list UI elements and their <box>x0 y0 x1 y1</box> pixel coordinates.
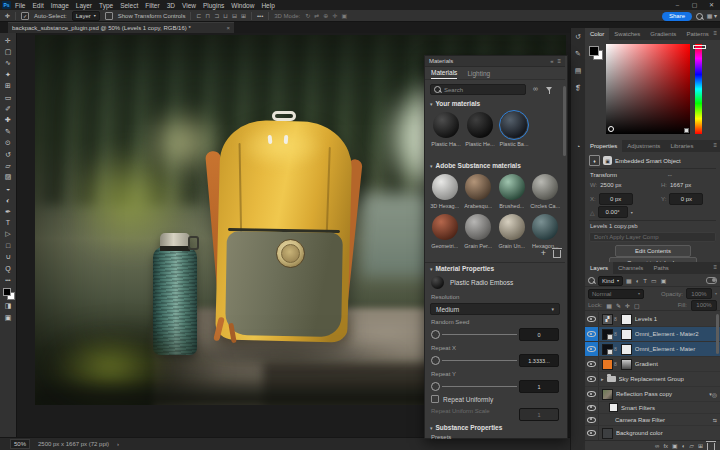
filtering-toggle[interactable] <box>706 277 717 284</box>
material-item[interactable]: Plastic Ba... <box>497 112 531 147</box>
filter-pixel-layers-icon[interactable]: ▦ <box>626 277 632 284</box>
eraser-tool-icon[interactable]: ▱ <box>1 160 16 171</box>
clone-stamp-tool-icon[interactable]: ⊙ <box>1 138 16 149</box>
slider-knob[interactable] <box>431 356 440 365</box>
search-icon[interactable] <box>696 13 703 20</box>
layer-mask-thumbnail[interactable] <box>621 314 632 325</box>
align-top-icon[interactable]: ⊔ <box>223 12 228 19</box>
visibility-toggle[interactable] <box>585 357 599 371</box>
filter-icon[interactable] <box>546 87 552 91</box>
menu-item[interactable]: Type <box>99 2 113 9</box>
marquee-tool-icon[interactable]: ▢ <box>1 46 16 57</box>
workspace-switcher-icon[interactable]: ▦ ▾ <box>707 12 717 19</box>
filter-mask-thumbnail[interactable] <box>609 403 618 412</box>
align-center-icon[interactable]: ⊓ <box>205 12 210 19</box>
height-value[interactable]: 1667 px <box>670 182 691 188</box>
slider-track[interactable] <box>442 386 517 387</box>
material-item[interactable]: Arabesqu... <box>462 174 496 209</box>
visibility-toggle[interactable] <box>585 327 599 341</box>
menu-item[interactable]: File <box>15 2 25 9</box>
visibility-toggle[interactable] <box>585 402 599 413</box>
visibility-toggle[interactable] <box>585 312 599 326</box>
repeat-y-field[interactable]: 1 <box>519 380 559 393</box>
material-item[interactable]: 3D Hexag... <box>428 174 462 209</box>
color-swatches[interactable] <box>3 288 14 299</box>
new-adjustment-layer-icon[interactable]: ◐ <box>682 443 686 449</box>
color-picker-marker[interactable] <box>608 126 614 132</box>
expand-caret-icon[interactable]: ▸ <box>601 376 604 382</box>
materials-tab[interactable]: Materials <box>431 67 457 79</box>
auto-select-checkbox[interactable]: ✓ <box>21 12 29 20</box>
type-tool-icon[interactable]: T <box>1 217 16 228</box>
align-bottom-icon[interactable]: ⊞ <box>241 12 246 19</box>
material-properties-section-header[interactable]: ▾Material Properties <box>430 265 494 272</box>
layers-scrollbar[interactable] <box>716 314 719 354</box>
layer-row[interactable]: Reflection Pass copy ▾ ◎ <box>585 387 720 402</box>
new-group-icon[interactable]: ▱ <box>689 442 694 449</box>
materials-tab[interactable]: Lighting <box>467 70 490 77</box>
slider-track[interactable] <box>442 360 517 361</box>
community-assets-icon[interactable]: ∞ <box>533 85 538 92</box>
visibility-toggle[interactable] <box>585 426 599 440</box>
align-middle-icon[interactable]: ⊟ <box>232 12 237 19</box>
lock-pixels-icon[interactable]: ✎ <box>616 302 621 309</box>
material-item[interactable]: Grain Per... <box>462 214 496 249</box>
angle-field[interactable]: 0.00° <box>598 206 628 218</box>
material-item[interactable]: Circles Ca... <box>529 174 563 209</box>
menu-item[interactable]: 3D <box>167 2 175 9</box>
lasso-tool-icon[interactable]: ∿ <box>1 58 16 69</box>
layer-effects-icon[interactable]: fx <box>663 443 668 449</box>
show-transform-checkbox[interactable] <box>105 12 113 20</box>
slider-knob[interactable] <box>431 330 440 339</box>
comments-panel-icon[interactable]: ❡ <box>575 84 581 92</box>
dodge-tool-icon[interactable]: ◐ <box>1 194 16 205</box>
lock-position-icon[interactable]: ✛ <box>625 302 630 309</box>
filter-shape-layers-icon[interactable]: ▭ <box>651 277 657 284</box>
proportions-panel-icon[interactable]: ◔ <box>576 143 580 150</box>
menu-item[interactable]: Image <box>51 2 69 9</box>
layer-thumbnail[interactable] <box>602 359 613 370</box>
menu-item[interactable]: Plugins <box>203 2 224 9</box>
panel-tab[interactable]: Patterns <box>681 28 713 40</box>
auto-select-target-dropdown[interactable]: Layer▾ <box>72 11 100 21</box>
materials-scrollbar[interactable] <box>563 86 566 156</box>
layer-group-row[interactable]: ▸ Sky Replacement Group <box>585 372 720 387</box>
material-item[interactable]: Plastic Ha... <box>429 112 463 147</box>
panel-menu-icon[interactable]: ≡ <box>713 142 717 148</box>
delete-layer-icon[interactable] <box>707 443 715 450</box>
close-button[interactable]: ✕ <box>703 0 720 10</box>
filter-type-layers-icon[interactable]: T <box>643 278 647 284</box>
hand-tool-icon[interactable]: ∪ <box>1 251 16 262</box>
move-tool-icon[interactable]: ✛ <box>1 35 16 46</box>
path-selection-tool-icon[interactable]: ▷ <box>1 229 16 240</box>
hue-slider[interactable] <box>695 44 702 134</box>
zoom-tool-icon[interactable]: Q <box>1 263 16 274</box>
roll-3d-icon[interactable]: ⇄ <box>314 12 319 19</box>
kind-dropdown[interactable]: Kind▾ <box>598 276 623 286</box>
panel-tab[interactable]: Paths <box>648 262 673 274</box>
material-item[interactable]: Hexagon... <box>529 214 563 249</box>
panel-tab[interactable]: Adjustments <box>622 140 665 152</box>
screen-mode-icon[interactable]: ▣ <box>1 312 16 323</box>
resolution-dropdown[interactable]: Medium▾ <box>430 303 560 315</box>
slide-3d-icon[interactable]: ✛ <box>332 12 337 19</box>
status-chevron-icon[interactable]: › <box>117 441 119 447</box>
layer-mask-thumbnail[interactable] <box>621 329 632 340</box>
tool-presets-panel-icon[interactable]: ✎ <box>575 50 581 58</box>
repeat-x-field[interactable]: 1.3333... <box>519 354 559 367</box>
layer-row[interactable]: 8 Omni_Element - Mater2 <box>585 327 720 342</box>
blur-tool-icon[interactable]: ◒ <box>1 183 16 194</box>
substance-properties-section-header[interactable]: ▾Substance Properties <box>430 424 502 431</box>
hue-slider-marker[interactable] <box>693 45 706 49</box>
brush-tool-icon[interactable]: ✎ <box>1 126 16 137</box>
foreground-background-swatches[interactable] <box>589 46 603 60</box>
layer-row[interactable]: ▞ 8 Levels 1 <box>585 312 720 327</box>
menu-item[interactable]: Select <box>120 2 138 9</box>
shape-tool-icon[interactable]: □ <box>1 240 16 251</box>
crop-tool-icon[interactable]: ⊞ <box>1 81 16 92</box>
panel-menu-icon[interactable]: ≡ <box>713 264 717 270</box>
panel-tab[interactable]: Channels <box>613 262 648 274</box>
menu-item[interactable]: Help <box>261 2 274 9</box>
visibility-toggle[interactable] <box>585 372 599 386</box>
add-mask-icon[interactable]: ▣ <box>672 442 678 449</box>
